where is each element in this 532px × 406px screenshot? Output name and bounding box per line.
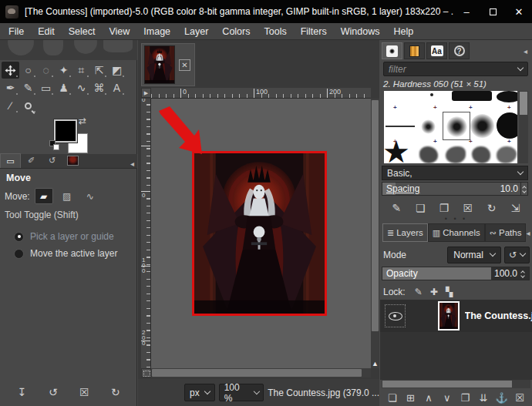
lower-layer-button[interactable]: ∨ <box>438 389 456 406</box>
canvas[interactable] <box>151 99 371 368</box>
lock-pixels-button[interactable]: ✎ <box>411 284 426 300</box>
radio-selected-icon[interactable] <box>14 232 24 242</box>
menu-help[interactable]: Help <box>386 24 420 39</box>
edit-brush-button[interactable]: ✎ <box>387 200 406 216</box>
merge-down-button[interactable]: ⇊ <box>474 389 493 406</box>
countess-image[interactable] <box>192 151 327 316</box>
raise-layer-button[interactable]: ∧ <box>419 389 438 406</box>
layer-list-empty-area[interactable] <box>380 332 532 380</box>
brush-bar[interactable] <box>452 91 492 101</box>
horizontal-ruler[interactable]: 0 100 200 <box>151 88 371 99</box>
opacity-slider[interactable]: Opacity 100.0 <box>382 267 530 280</box>
panel-splitter[interactable]: • • • <box>380 217 532 222</box>
new-layer-button[interactable]: ❏ <box>383 389 402 406</box>
lock-alpha-button[interactable]: ▚ <box>442 284 457 300</box>
menu-image[interactable]: Image <box>136 24 177 39</box>
tab-undo-history[interactable]: ↺ <box>42 153 62 168</box>
dock-collapse-icon[interactable]: ◂ <box>130 159 134 168</box>
menu-edit[interactable]: Edit <box>31 24 62 39</box>
ellipse-select-tool[interactable]: ○ <box>19 62 37 79</box>
free-select-tool[interactable]: ◌ <box>37 62 55 79</box>
layer-row[interactable]: The Countess.jp <box>380 300 532 332</box>
restore-tool-preset-button[interactable]: ↺ <box>44 384 62 401</box>
delete-layer-button[interactable]: ☒ <box>510 389 529 406</box>
brush-grid[interactable]: ★ + + + + + + + + <box>384 91 517 163</box>
lock-position-button[interactable]: ✚ <box>426 284 442 300</box>
menu-select[interactable]: Select <box>62 24 103 39</box>
paintbrush-tool[interactable]: ✎ <box>19 79 37 96</box>
layer-name[interactable]: The Countess.jp <box>465 310 532 321</box>
fuzzy-select-tool[interactable]: ✦ <box>55 62 72 79</box>
option-pick-layer[interactable]: Pick a layer or guide <box>14 230 114 243</box>
refresh-brushes-button[interactable]: ↻ <box>483 200 501 216</box>
brush-texture[interactable] <box>446 146 466 163</box>
swap-colors-icon[interactable]: ⇄ <box>79 116 86 126</box>
default-colors-icon[interactable] <box>49 140 60 151</box>
brush-line[interactable] <box>386 126 415 127</box>
tab-paths[interactable]: ∾Paths <box>485 223 527 242</box>
brush-soft-small[interactable] <box>421 119 436 134</box>
clone-tool[interactable]: ♟ <box>55 79 72 96</box>
horizontal-scrollbar[interactable] <box>151 368 371 377</box>
delete-brush-button[interactable]: ☒ <box>459 200 477 216</box>
brush-ellipse[interactable] <box>497 91 517 102</box>
tab-channels[interactable]: ▥Channels <box>428 223 485 242</box>
text-tool[interactable]: A <box>108 79 126 96</box>
option-move-active-layer[interactable]: Move the active layer <box>14 247 117 260</box>
tab-tool-options[interactable]: ▭ <box>0 153 21 168</box>
anchor-layer-button[interactable]: ⚓ <box>493 389 511 406</box>
move-tool[interactable] <box>2 62 19 79</box>
eraser-tool[interactable]: ▭ <box>37 79 55 96</box>
bucket-fill-tool[interactable]: ◩ <box>108 62 126 79</box>
brush-grid-scrollbar-thumb[interactable] <box>520 92 527 115</box>
horizontal-scrollbar-thumb[interactable] <box>152 369 362 377</box>
radio-unselected-icon[interactable] <box>14 249 24 259</box>
brush-pixel[interactable] <box>430 93 433 96</box>
layers-scrollbar[interactable] <box>382 380 530 388</box>
delete-tool-preset-button[interactable]: ☒ <box>75 384 93 401</box>
brush-group-select[interactable]: Basic, <box>382 166 528 180</box>
layer-thumbnail[interactable] <box>438 301 459 331</box>
mode-select[interactable]: Normal <box>447 247 501 263</box>
vertical-scrollbar-thumb[interactable] <box>372 100 379 331</box>
paths-tool[interactable]: ⌘ <box>90 79 108 96</box>
tab-device-status[interactable]: ✐ <box>21 153 42 168</box>
image-tab-close-icon[interactable]: ✕ <box>179 59 190 71</box>
move-layer-button[interactable]: ▰ <box>35 188 53 204</box>
menu-filters[interactable]: Filters <box>294 24 334 39</box>
smudge-tool[interactable]: ∿ <box>72 79 90 96</box>
brush-grid-scrollbar[interactable] <box>519 91 528 163</box>
quick-mask-button[interactable] <box>141 368 151 377</box>
spacing-slider[interactable]: Spacing 10.0 <box>382 182 528 196</box>
new-brush-button[interactable]: ❏ <box>411 200 429 216</box>
menu-colors[interactable]: Colors <box>215 24 257 39</box>
brush-texture[interactable] <box>497 146 517 163</box>
open-brush-as-image-button[interactable]: ⇲ <box>507 200 525 216</box>
color-area[interactable]: ⇄ <box>49 117 93 154</box>
menu-file[interactable]: File <box>2 24 31 39</box>
layers-scrollbar-thumb[interactable] <box>382 381 512 388</box>
color-picker-tool[interactable]: ∕ <box>2 97 19 114</box>
tab-fonts[interactable]: Aa <box>426 42 447 59</box>
image-tab[interactable]: ✕ <box>141 43 195 86</box>
zoom-select[interactable]: 100 % <box>219 384 264 401</box>
ruler-corner-menu-button[interactable]: ▶ <box>141 88 151 98</box>
menu-view[interactable]: View <box>102 24 136 39</box>
vertical-ruler[interactable]: 0 0 1 0 0 2 0 0 <box>141 99 151 368</box>
brush-circle[interactable] <box>497 112 517 139</box>
maximize-button[interactable] <box>480 0 506 23</box>
vertical-scrollbar[interactable] <box>371 99 379 359</box>
move-selection-button[interactable]: ▨ <box>58 188 76 204</box>
move-path-button[interactable]: ∿ <box>81 188 99 204</box>
foreground-color-swatch[interactable] <box>54 119 77 143</box>
navigation-button[interactable]: ▲ <box>371 359 379 368</box>
reset-tool-options-button[interactable]: ↻ <box>106 384 125 401</box>
brush-texture[interactable] <box>472 146 490 163</box>
duplicate-brush-button[interactable]: ❐ <box>435 200 453 216</box>
ink-tool[interactable]: ✒ <box>2 79 19 96</box>
mode-switch-button[interactable]: ↺ <box>504 247 530 263</box>
tab-image-thumbnail[interactable] <box>62 153 83 168</box>
menu-windows[interactable]: Windows <box>334 24 387 39</box>
selected-brush-cell[interactable] <box>443 112 470 140</box>
unit-select[interactable]: px <box>184 384 215 401</box>
